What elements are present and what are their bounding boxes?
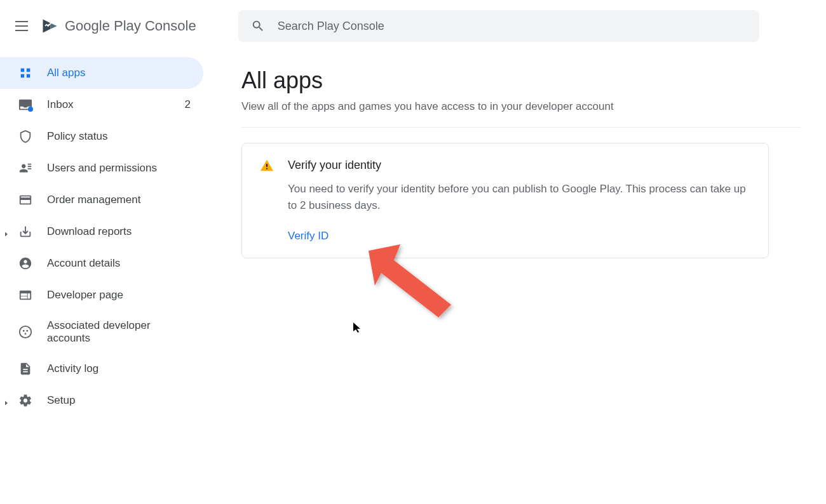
download-icon: [18, 224, 33, 239]
credit-card-icon: [18, 192, 33, 208]
hamburger-menu-button[interactable]: [15, 18, 30, 34]
account-icon: [18, 256, 33, 271]
search-icon: [251, 19, 265, 33]
sidebar-item-label: Inbox: [47, 98, 171, 111]
sidebar-item-label: Developer page: [47, 289, 191, 302]
sidebar-item-all-apps[interactable]: All apps: [0, 57, 203, 89]
document-icon: [18, 361, 33, 376]
sidebar-item-label: Policy status: [47, 130, 191, 143]
sidebar-item-users-permissions[interactable]: Users and permissions: [0, 152, 203, 184]
sidebar: All apps Inbox 2 Policy status Users and…: [0, 52, 216, 416]
sidebar-item-developer-page[interactable]: Developer page: [0, 279, 203, 311]
header: Google Play Console: [0, 0, 826, 52]
sidebar-item-setup[interactable]: Setup: [0, 385, 203, 416]
play-console-icon: [41, 17, 58, 35]
page-title: All apps: [241, 67, 801, 94]
sidebar-item-label: Account details: [47, 257, 191, 270]
web-icon: [18, 288, 33, 303]
sidebar-item-label: Users and permissions: [47, 162, 191, 175]
warning-icon: [260, 159, 274, 173]
sidebar-item-label: Download reports: [47, 225, 191, 238]
sidebar-item-label: Order management: [47, 194, 191, 206]
logo[interactable]: Google Play Console: [41, 17, 196, 35]
verify-id-link[interactable]: Verify ID: [288, 230, 328, 242]
sidebar-item-label: All apps: [47, 67, 191, 79]
alert-title: Verify your identity: [288, 159, 750, 172]
sidebar-item-policy-status[interactable]: Policy status: [0, 121, 203, 152]
users-icon: [18, 161, 33, 176]
sidebar-item-download-reports[interactable]: Download reports: [0, 216, 203, 248]
main-content: All apps View all of the apps and games …: [216, 52, 826, 416]
sidebar-item-label: Setup: [47, 394, 191, 407]
alert-text: You need to verify your identity before …: [288, 181, 750, 213]
verify-identity-card: Verify your identity You need to verify …: [241, 143, 769, 258]
page-subtitle: View all of the apps and games you have …: [241, 100, 801, 113]
sidebar-item-inbox[interactable]: Inbox 2: [0, 89, 203, 121]
sidebar-item-label: Activity log: [47, 362, 191, 375]
svg-point-1: [23, 330, 25, 332]
svg-point-2: [26, 330, 28, 332]
divider: [241, 127, 801, 128]
sidebar-item-account-details[interactable]: Account details: [0, 248, 203, 279]
gear-icon: [18, 393, 33, 408]
search-input[interactable]: [278, 20, 747, 33]
sidebar-item-label: Associated developer accounts: [47, 319, 191, 345]
inbox-badge: 2: [185, 98, 191, 111]
shield-icon: [18, 129, 33, 144]
logo-text: Google Play Console: [65, 18, 196, 34]
search-bar[interactable]: [238, 10, 759, 42]
all-apps-icon: [18, 65, 33, 81]
group-icon: [18, 324, 33, 340]
svg-point-0: [20, 326, 31, 338]
notification-dot: [28, 107, 33, 112]
svg-point-3: [25, 333, 27, 335]
chevron-right-icon: [3, 397, 9, 404]
sidebar-item-order-management[interactable]: Order management: [0, 184, 203, 216]
sidebar-item-activity-log[interactable]: Activity log: [0, 353, 203, 385]
sidebar-item-associated-accounts[interactable]: Associated developer accounts: [0, 311, 203, 353]
chevron-right-icon: [3, 229, 9, 235]
